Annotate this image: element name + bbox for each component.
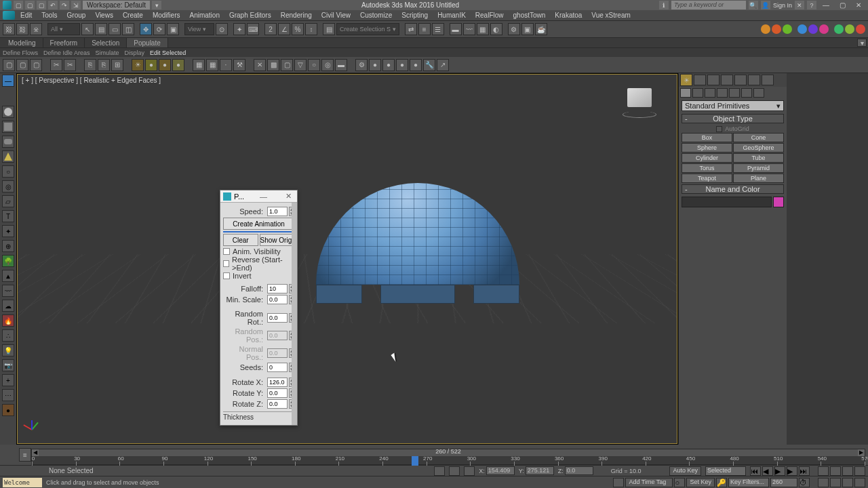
viewcube[interactable] [623,88,656,115]
ls-mountain-icon[interactable]: ▲ [2,270,14,282]
st-grid2-icon[interactable]: ▦ [206,59,218,71]
cat-geometry-icon[interactable] [680,88,691,98]
layer-manager-icon[interactable]: ☰ [432,23,444,35]
unlink-icon[interactable]: ⛓ [16,23,28,35]
goto-start-icon[interactable]: ⏮ [750,466,761,476]
bind-spacewarp-icon[interactable]: ※ [30,23,42,35]
search-icon[interactable]: 🔍 [749,1,758,9]
dialog-close-icon[interactable]: ✕ [283,192,294,201]
st-sun-icon[interactable]: ☀ [132,59,144,71]
rotz-spinner[interactable]: ▲▼ [289,399,294,409]
ls-cyl-icon[interactable] [2,136,14,148]
st-x-icon[interactable]: ✕ [254,59,266,71]
st-icon-3[interactable]: ▢ [30,59,42,71]
rollout-namecolor[interactable]: -Name and Color [682,184,784,194]
minscale-input[interactable] [267,295,288,304]
reverse-checkbox[interactable]: Reverse (Start->End) [223,256,294,272]
exchange-icon[interactable]: ✕ [795,1,804,9]
st-sphere1-icon[interactable]: ● [369,59,381,71]
plugin-icon-5[interactable] [808,24,818,34]
st-light3-icon[interactable]: ● [172,59,184,71]
create-animation-button[interactable]: Create Animation [223,218,294,230]
time-config-icon[interactable] [613,478,624,487]
ls-shapes-icon[interactable]: ✦ [2,225,14,237]
next-frame-icon[interactable]: ▶ [787,466,797,476]
rotx-input[interactable] [267,378,288,387]
subtab-simulate[interactable]: Simulate [96,49,119,56]
ls-particle-icon[interactable]: ∴ [2,329,14,342]
qat-new-icon[interactable]: ▢ [14,1,23,9]
menu-krakatoa[interactable]: Krakatoa [551,12,586,19]
menu-customize[interactable]: Customize [356,12,396,19]
prim-tube-button[interactable]: Tube [733,153,784,163]
ls-tube-icon[interactable]: ○ [2,165,14,178]
menu-create[interactable]: Create [119,12,147,19]
primitive-category-dropdown[interactable]: Standard Primitives▾ [682,100,784,111]
nav-zoom-icon[interactable] [818,466,829,476]
coord-y-input[interactable]: 275.121 [526,466,554,475]
select-link-icon[interactable]: ⛓ [3,23,15,35]
selection-lock-icon[interactable] [464,466,475,476]
nav-fov-icon[interactable] [842,466,853,476]
qat-open-icon[interactable]: ▢ [25,1,35,9]
st-bar-icon[interactable]: ▬ [335,59,347,71]
play-icon[interactable]: ▶ [774,466,785,476]
ls-fire-icon[interactable]: 🔥 [2,314,14,327]
menu-humanik[interactable]: HumanIK [433,12,470,19]
menu-modifiers[interactable]: Modifiers [149,12,184,19]
autogrid-checkbox[interactable]: AutoGrid [679,125,787,133]
signin-icon[interactable]: 👤 [761,1,770,9]
snap-2d-icon[interactable]: 2 [264,23,277,35]
use-pivot-icon[interactable]: ⊙ [216,23,228,35]
ls-wave-icon[interactable]: 〰 [2,285,14,297]
menu-edit[interactable]: Edit [16,12,36,19]
st-cone-icon[interactable]: ▽ [294,59,307,71]
show-orig-button[interactable]: Show Orig. [260,234,295,246]
rotx-spinner[interactable]: ▲▼ [289,378,294,387]
plugin-icon-6[interactable] [819,24,829,34]
st-point-icon[interactable]: · [220,59,232,71]
ls-sphere-icon[interactable] [2,106,14,118]
st-gear-icon[interactable]: ⚙ [355,59,368,71]
qat-redo-icon[interactable]: ↷ [60,1,69,9]
keyboard-shortcut-icon[interactable]: ⌨ [247,23,259,35]
material-editor-icon[interactable]: ◐ [490,23,502,35]
window-crossing-icon[interactable]: ◫ [122,23,134,35]
menu-ghosttown[interactable]: ghostTown [509,12,550,19]
menu-grapheditors[interactable]: Graph Editors [225,12,275,19]
plugin-icon-2[interactable] [772,24,781,34]
viewport-config-icon[interactable]: ☀ [680,74,692,86]
nav-pan-icon[interactable] [818,478,829,487]
named-selection-icon[interactable]: ▤ [323,23,335,35]
nav-orbit-icon[interactable] [842,478,853,487]
ls-helper-icon[interactable]: + [2,374,14,386]
ls-last-icon[interactable]: ● [2,404,14,416]
menu-views[interactable]: Views [91,12,117,19]
plugin-icon-3[interactable] [783,24,792,34]
render-setup-icon[interactable]: ⚙ [508,23,520,35]
minimize-button[interactable]: — [819,1,833,9]
prim-plane-button[interactable]: Plane [733,174,784,183]
st-sphere2-icon[interactable]: ● [382,59,395,71]
keymode-icon[interactable]: ○ [674,478,685,487]
schematic-view-icon[interactable]: ▦ [477,23,489,35]
st-tool-icon[interactable]: ⚒ [233,59,245,71]
cmdtab-utilities-icon[interactable] [762,75,774,85]
speed-spinner[interactable]: ▲▼ [289,207,294,216]
time-config2-icon[interactable]: ⏱ [799,478,810,487]
randrot-spinner[interactable]: ▲▼ [289,313,294,323]
select-name-icon[interactable]: ▤ [95,23,107,35]
cat-spacewarps-icon[interactable] [741,88,752,98]
ls-light-icon[interactable]: 💡 [2,344,14,357]
prim-box-button[interactable]: Box [682,133,732,142]
nav-zoomall-icon[interactable] [830,466,841,476]
script-dialog[interactable]: P... — ✕ Speed:▲▼ Create Animation Clear… [220,190,298,426]
st-sphere3-icon[interactable]: ● [396,59,408,71]
menu-vuexstream[interactable]: Vue xStream [587,12,634,19]
selection-filter[interactable]: All ▾ [47,23,80,35]
maxscript-listener[interactable]: Welcome to M [3,478,42,487]
coord-z-input[interactable]: 0.0 [565,466,593,475]
plugin-icon-7[interactable] [834,24,844,34]
randrot-input[interactable] [267,313,288,323]
st-arrow-icon[interactable]: ↗ [437,59,449,71]
